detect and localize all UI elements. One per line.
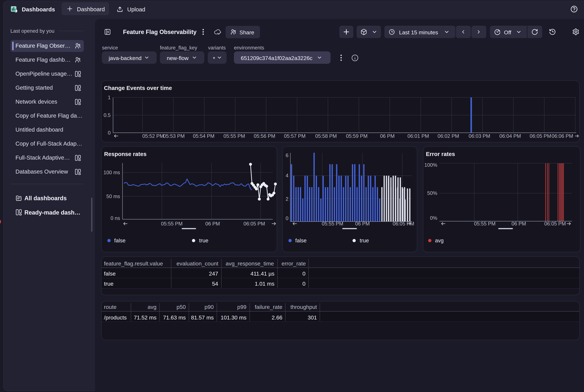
svg-text:06 PM: 06 PM: [205, 221, 220, 226]
svg-text:06:05 PM: 06:05 PM: [244, 221, 265, 226]
svg-text:06:06 PM: 06:06 PM: [552, 133, 573, 139]
svg-text:06 PM: 06 PM: [380, 133, 395, 139]
svg-text:05:55 PM: 05:55 PM: [224, 133, 245, 139]
svg-text:05:58 PM: 05:58 PM: [315, 133, 337, 139]
svg-text:50 ms: 50 ms: [106, 194, 120, 199]
svg-text:100 ms: 100 ms: [104, 170, 120, 175]
svg-text:2: 2: [286, 196, 288, 202]
svg-text:05:55 PM: 05:55 PM: [322, 221, 344, 226]
svg-text:50%: 50%: [427, 190, 437, 196]
svg-text:05:55 PM: 05:55 PM: [474, 221, 496, 226]
svg-text:06:02 PM: 06:02 PM: [438, 133, 459, 139]
svg-text:05:53 PM: 05:53 PM: [163, 133, 185, 139]
svg-text:0 ns: 0 ns: [110, 215, 120, 221]
svg-text:05:59 PM: 05:59 PM: [346, 133, 368, 139]
svg-text:06 PM: 06 PM: [512, 221, 526, 226]
svg-text:06:05 PM: 06:05 PM: [544, 221, 566, 226]
svg-text:05:52 PM: 05:52 PM: [142, 133, 164, 139]
svg-text:06:03 PM: 06:03 PM: [469, 133, 490, 139]
svg-text:false: false: [295, 238, 307, 244]
svg-text:06:05 PM: 06:05 PM: [393, 221, 414, 226]
svg-text:05:56 PM: 05:56 PM: [254, 133, 276, 139]
svg-text:0: 0: [108, 130, 110, 136]
svg-text:05:54 PM: 05:54 PM: [193, 133, 214, 139]
svg-text:05:55 PM: 05:55 PM: [161, 221, 183, 226]
svg-text:6: 6: [286, 152, 288, 158]
svg-text:4: 4: [286, 173, 288, 178]
svg-text:05:57 PM: 05:57 PM: [284, 133, 306, 139]
svg-text:true: true: [199, 238, 208, 244]
svg-text:0.5: 0.5: [104, 112, 110, 118]
svg-text:06:01 PM: 06:01 PM: [408, 133, 429, 139]
svg-text:06 PM: 06 PM: [355, 221, 370, 226]
svg-text:100%: 100%: [424, 162, 437, 168]
svg-text:true: true: [360, 238, 369, 244]
svg-text:avg: avg: [435, 238, 444, 244]
svg-text:1: 1: [108, 95, 110, 100]
svg-text:0%: 0%: [430, 215, 437, 221]
svg-text:06:05 PM: 06:05 PM: [530, 133, 551, 139]
svg-text:0: 0: [286, 216, 288, 221]
svg-text:06:04 PM: 06:04 PM: [500, 133, 521, 139]
svg-text:false: false: [114, 238, 126, 244]
